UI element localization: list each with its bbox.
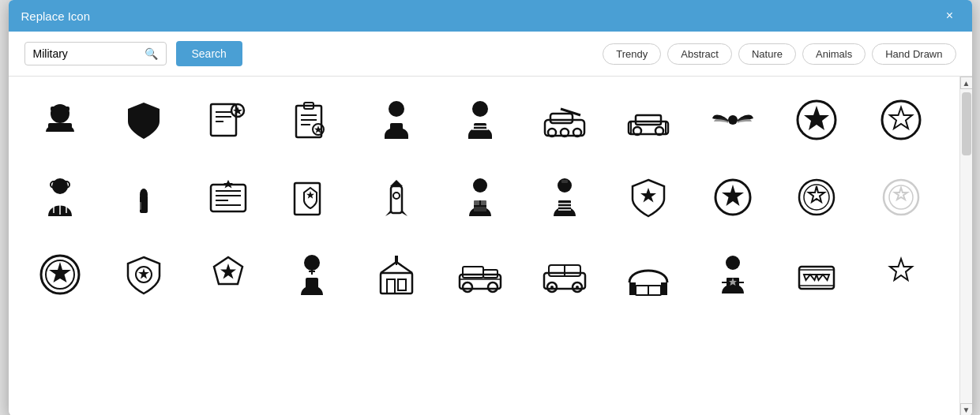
toolbar: 🔍 Search Trendy Abstract Nature Animals … [9,32,972,77]
icon-star-shield-2[interactable] [613,162,684,233]
svg-marker-38 [890,107,912,129]
svg-point-60 [473,178,487,193]
svg-marker-87 [220,264,236,279]
replace-icon-dialog: Replace Icon × 🔍 Search Trendy Abstract … [9,0,972,415]
icon-shield-badge[interactable] [108,84,179,155]
svg-marker-36 [804,106,829,130]
svg-marker-86 [138,268,149,279]
svg-point-108 [550,286,554,289]
icon-badge-shield[interactable] [108,239,179,310]
dialog-title: Replace Icon [21,9,91,23]
svg-marker-58 [402,210,407,216]
svg-rect-97 [460,275,501,289]
svg-rect-89 [306,278,318,292]
svg-point-45 [140,189,148,201]
tag-nature[interactable]: Nature [738,43,796,65]
svg-marker-8 [233,107,242,115]
svg-rect-29 [636,115,661,125]
search-button[interactable]: Search [176,41,242,66]
tag-hand-drawn[interactable]: Hand Drawn [872,43,956,65]
svg-marker-75 [722,185,744,206]
svg-rect-96 [395,256,398,262]
svg-marker-50 [223,180,233,189]
scroll-down-arrow[interactable]: ▼ [960,403,972,415]
svg-point-100 [463,282,472,292]
svg-rect-63 [481,200,486,205]
svg-rect-19 [474,123,486,134]
svg-marker-120 [804,275,817,280]
scrollbar-track[interactable]: ▲ ▼ [959,77,972,415]
icon-star-ring-thin[interactable] [781,162,852,233]
icon-star-circle-outline[interactable] [865,84,937,155]
svg-marker-56 [390,180,403,186]
svg-marker-81 [895,188,907,200]
icon-soldier-2[interactable] [24,162,96,233]
search-box: 🔍 [24,42,167,65]
icons-grid-container [9,77,959,415]
icon-military-truck-1[interactable] [445,239,516,310]
icon-clipboard-medal[interactable] [276,84,347,155]
svg-rect-9 [296,106,321,137]
icon-star-circle-double[interactable] [865,239,937,310]
tag-trendy[interactable]: Trendy [603,43,661,65]
svg-marker-124 [890,259,912,280]
icon-soldier-face[interactable] [24,84,96,155]
icon-female-officer-2[interactable] [445,84,516,155]
svg-point-59 [393,193,400,199]
svg-rect-2 [48,123,72,131]
svg-marker-54 [306,191,314,199]
svg-point-109 [576,286,579,289]
search-icon: 🔍 [145,47,158,60]
tag-abstract[interactable]: Abstract [667,43,732,65]
svg-rect-98 [463,267,483,278]
svg-rect-111 [661,282,667,295]
icon-general-officer[interactable] [697,239,768,310]
icons-grid [24,84,944,310]
scroll-up-arrow[interactable]: ▲ [960,77,972,89]
close-button[interactable]: × [941,6,959,25]
svg-marker-78 [809,186,824,202]
content-area: ▲ ▼ [9,77,972,415]
search-input[interactable] [33,47,145,60]
icon-military-base[interactable] [361,239,432,310]
svg-rect-72 [561,180,568,183]
svg-marker-57 [385,210,391,216]
icon-military-gate[interactable] [613,239,684,310]
svg-rect-92 [381,273,412,293]
icon-female-officer-1[interactable] [361,84,432,155]
tag-animals[interactable]: Animals [802,43,865,65]
svg-point-34 [728,115,738,125]
icon-star-circle[interactable] [781,84,852,155]
icon-star-pentagon[interactable] [193,239,264,310]
icon-medal-document[interactable] [193,84,264,155]
svg-marker-121 [817,275,829,280]
svg-point-18 [472,101,488,117]
icon-shield-document[interactable] [276,162,347,233]
icon-military-id[interactable] [193,162,264,233]
svg-point-101 [488,282,498,292]
icon-rank-ring[interactable] [865,162,937,233]
icon-star-circle-bold[interactable] [697,162,768,233]
icon-military-wings[interactable] [697,84,768,155]
icon-military-vehicle-1[interactable] [529,84,600,155]
svg-point-114 [726,256,740,270]
svg-rect-94 [398,279,406,290]
svg-point-16 [389,101,404,117]
svg-rect-1 [51,107,69,111]
svg-rect-47 [211,185,246,211]
icon-female-nurse[interactable] [276,239,347,310]
icon-captain-shield[interactable] [24,239,96,310]
svg-marker-84 [49,262,71,282]
icon-missile[interactable] [361,162,432,233]
icon-military-vehicle-2[interactable] [613,84,684,155]
svg-rect-17 [390,123,403,134]
icon-police-officer-2[interactable] [529,162,600,233]
icon-bullet[interactable] [108,162,179,233]
dialog-header: Replace Icon × [9,0,972,32]
scrollbar-thumb[interactable] [962,92,971,155]
icon-rank-badge[interactable] [781,239,852,310]
icon-military-truck-2[interactable] [529,239,600,310]
category-tags: Trendy Abstract Nature Animals Hand Draw… [603,43,956,65]
icon-police-officer-1[interactable] [445,162,516,233]
svg-rect-93 [387,279,395,293]
